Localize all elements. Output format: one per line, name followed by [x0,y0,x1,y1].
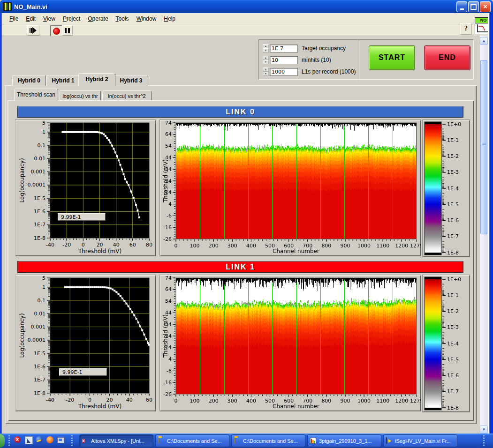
close-button[interactable]: ✕ [480,1,491,12]
y-axis-title: Threshold (mV) [162,125,169,237]
link0-intensity-graph: 746454443424144-6-16-2601002003004005006… [160,120,421,256]
link1-occupancy-graph: 510.10.010.0010.00011E-51E-61E-71E-8-40-… [15,275,156,411]
svg-text:1E-2: 1E-2 [447,153,459,159]
start-button-edge[interactable] [0,434,5,448]
svg-text:1E-6: 1E-6 [447,373,459,379]
window-border-left [0,13,2,433]
task-button-xmlspy[interactable]: X Altova XMLSpy - [Uni... [80,435,153,447]
quicklaunch-firefox-icon[interactable] [46,436,54,444]
svg-text:1E+0: 1E+0 [447,121,461,127]
labview-icon [386,438,393,444]
tab-ln-occu-vs-thr2[interactable]: ln(occu) vs thr^2 [102,90,152,101]
task-button-3ptgain[interactable]: 3ptgain_290910_3_1... [308,435,381,447]
svg-text:0.1: 0.1 [38,298,46,304]
scrollbar-thumb[interactable] [480,60,487,234]
link1-header: LINK 1 [17,261,463,273]
svg-text:0: 0 [174,243,178,249]
maximize-icon [470,4,477,10]
svg-text:0.0001: 0.0001 [28,182,46,188]
vertical-scrollbar[interactable]: ▲ ▼ [480,36,488,433]
run-arrow-icon [30,27,37,34]
menu-file[interactable]: File [6,14,22,23]
svg-text:60: 60 [129,242,136,248]
cursor-readout: 9.99E-1 [58,213,106,221]
link0-scurve-plot: 510.10.010.0010.00011E-51E-61E-71E-8-40-… [15,120,156,256]
menu-bar: File Edit View Project Operate Tools Win… [2,13,488,24]
title-bar[interactable]: NO_Main.vi ✕ [0,0,493,13]
menu-operate[interactable]: Operate [84,14,112,23]
y-axis-title: Log(occupancy) [19,279,25,392]
svg-text:1E+0: 1E+0 [447,276,461,283]
svg-text:40: 40 [126,397,133,403]
context-help-button[interactable]: ? [460,23,472,35]
svg-text:1E-7: 1E-7 [447,233,459,239]
svg-text:80: 80 [146,242,152,248]
minhits-spinner[interactable]: ▲▼ [263,56,269,64]
labview-window: NO_Main.vi ✕ File Edit View Project Oper… [0,0,493,448]
task-button-iseghv[interactable]: iSegHV_LV_Main.vi Fr... [384,435,457,447]
task-button-explorer-1[interactable]: C:\Documents and Se... [156,435,229,447]
quicklaunch-xmlspy-icon[interactable]: X [14,436,22,444]
svg-text:0.01: 0.01 [34,311,46,317]
color-scale-gradient: 1E+01E-11E-21E-31E-41E-51E-61E-71E-8 [423,120,468,257]
tab-hybrid-3[interactable]: Hybrid 3 [114,75,148,86]
svg-text:4: 4 [168,201,172,207]
target-occupancy-control: ▲▼ Target occupancy [263,44,346,52]
scroll-up-button[interactable]: ▲ [480,37,488,45]
svg-text:1E-5: 1E-5 [34,195,46,202]
tab-hybrid-2[interactable]: Hybrid 2 [78,73,115,86]
tab-threshold-scan[interactable]: Threshold scan [14,89,58,101]
run-button[interactable] [27,25,39,36]
maximize-button[interactable] [468,1,479,12]
menu-view[interactable]: View [39,14,59,23]
menu-project[interactable]: Project [59,14,84,23]
task-button-explorer-2[interactable]: C:\Documents and Se... [232,435,305,447]
menu-edit[interactable]: Edit [22,14,39,23]
pause-icon [65,28,70,33]
link0-header: LINK 0 [17,106,463,118]
tab-hybrid-0[interactable]: Hybrid 0 [12,75,46,86]
minhits-label: minhits (10) [302,57,331,63]
scroll-down-button[interactable]: ▼ [480,426,488,433]
abort-button[interactable] [50,25,63,37]
y-axis-title: Log(occupancy) [19,124,25,237]
target-occupancy-label: Target occupancy [302,45,346,52]
svg-text:0.0001: 0.0001 [28,337,46,343]
menu-window[interactable]: Window [133,14,160,23]
tab-log-occu-vs-thr[interactable]: log(occu) vs thr [60,90,101,101]
l1s-per-record-spinner[interactable]: ▲▼ [263,67,269,76]
toolbar [2,24,488,36]
end-button[interactable]: END [425,46,470,70]
stop-icon [53,28,60,35]
svg-text:1E-1: 1E-1 [447,137,459,143]
window-title: NO_Main.vi [14,3,456,10]
svg-text:0.001: 0.001 [31,169,46,175]
minhits-input[interactable] [270,56,298,64]
l1s-per-record-input[interactable] [270,68,298,76]
minimize-button[interactable] [456,1,467,12]
folder-icon [234,438,241,444]
folder-icon [158,438,165,444]
quicklaunch-remote-desktop-icon[interactable] [57,436,65,444]
cluster-divider [359,40,360,79]
tab-hybrid-1[interactable]: Hybrid 1 [46,75,80,86]
svg-text:1E-2: 1E-2 [447,308,459,314]
menu-tools[interactable]: Tools [112,14,133,23]
svg-text:1E-6: 1E-6 [34,209,46,215]
svg-text:1E-5: 1E-5 [447,357,459,363]
svg-text:5: 5 [42,275,46,281]
svg-text:1E-6: 1E-6 [34,364,46,370]
svg-text:0.001: 0.001 [31,324,46,330]
target-occupancy-spinner[interactable]: ▲▼ [263,44,269,52]
menu-help[interactable]: Help [160,14,179,23]
link1-scurve-plot: 510.10.010.0010.00011E-51E-61E-71E-8-40-… [15,275,156,411]
pause-button[interactable] [62,25,73,36]
quicklaunch-globe-icon[interactable] [36,436,44,444]
l1s-per-record-label: L1s per record (1000) [302,68,356,75]
svg-text:1E-7: 1E-7 [34,222,46,228]
svg-text:0: 0 [88,397,91,403]
start-button[interactable]: START [369,46,415,70]
svg-text:20: 20 [97,242,103,248]
target-occupancy-input[interactable] [270,45,298,52]
quicklaunch-winscp-icon[interactable] [25,436,33,444]
